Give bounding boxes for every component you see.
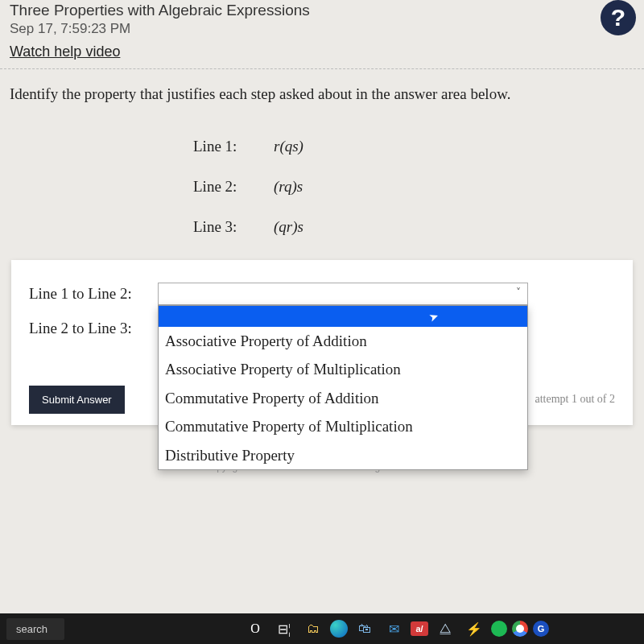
line-1-label: Line 1: [193,138,274,155]
dropdown-option-assoc-add[interactable]: Associative Property of Addition [159,327,527,356]
microsoft-store-icon[interactable]: 🛍 [353,617,377,641]
line-2-label: Line 2: [193,178,274,196]
line-1: Line 1: r(qs) [193,138,451,155]
answer-area: Line 1 to Line 2: Line 2 to Line 3: ➤ As… [11,260,633,425]
property-dropdown[interactable]: ➤ Associative Property of Addition Assoc… [158,305,528,471]
dropdown-option-comm-mult[interactable]: Commutative Property of Multiplication [159,412,527,441]
answer-row-2-label: Line 2 to Line 3: [29,320,158,337]
expression-lines: Line 1: r(qs) Line 2: (rq)s Line 3: (qr)… [193,138,451,236]
file-explorer-icon[interactable]: 🗂 [301,617,325,641]
dropdown-option-comm-add[interactable]: Commutative Property of Addition [159,384,527,413]
line-1-expr: r(qs) [274,138,303,155]
line-3-expr: (qr)s [274,218,303,236]
cortana-icon[interactable]: O [243,617,267,641]
mail-icon[interactable]: ✉ [382,617,406,641]
timestamp: Sep 17, 7:59:23 PM [10,21,634,37]
line-2-expr: (rq)s [274,178,303,196]
dropdown-option-assoc-mult[interactable]: Associative Property of Multiplication [159,355,527,384]
line-3-label: Line 3: [193,218,274,236]
bolt-icon[interactable]: ⚡ [462,617,486,641]
page-title: Three Properties with Algebraic Expressi… [10,0,634,19]
answer-row-1-label: Line 1 to Line 2: [29,285,158,303]
app-icon[interactable]: G [533,621,549,637]
line1-to-line2-select[interactable] [158,283,528,305]
header: Three Properties with Algebraic Expressi… [0,0,644,60]
spotify-icon[interactable] [491,621,507,637]
edge-icon[interactable] [330,620,348,638]
dropdown-option-blank[interactable]: ➤ [159,306,527,327]
windows-taskbar[interactable]: search O ⊟¦ 🗂 🛍 ✉ a/ ⧋ ⚡ G [0,613,644,644]
submit-answer-button[interactable]: Submit Answer [29,386,125,414]
line-2: Line 2: (rq)s [193,178,451,196]
line-3: Line 3: (qr)s [193,218,451,236]
antivirus-icon[interactable]: a/ [411,621,428,636]
chrome-icon[interactable] [512,621,528,637]
cursor-icon: ➤ [427,308,441,326]
taskbar-search[interactable]: search [6,618,64,640]
help-icon[interactable]: ? [601,0,636,35]
attempt-counter: attempt 1 out of 2 [535,393,615,406]
instruction-text: Identify the property that justifies eac… [0,84,644,105]
dropbox-icon[interactable]: ⧋ [433,617,457,641]
dropdown-option-distributive[interactable]: Distributive Property [159,441,527,470]
answer-row-1: Line 1 to Line 2: [29,283,615,305]
divider [0,68,644,69]
task-view-icon[interactable]: ⊟¦ [272,617,296,641]
watch-help-video-link[interactable]: Watch help video [10,43,120,60]
